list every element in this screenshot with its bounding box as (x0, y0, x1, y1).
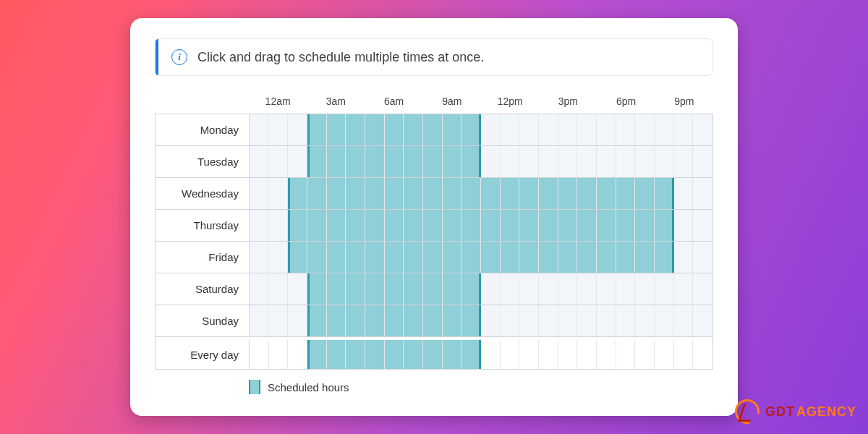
hour-cell[interactable] (597, 146, 616, 177)
hour-cell[interactable] (558, 242, 578, 273)
hour-cell[interactable] (635, 273, 655, 305)
hour-cell[interactable] (365, 242, 385, 273)
hour-cell[interactable] (655, 242, 674, 273)
hour-cell[interactable] (288, 273, 307, 305)
hour-cell[interactable] (327, 273, 346, 305)
hour-cell[interactable] (269, 273, 289, 305)
hour-cell[interactable] (558, 273, 578, 305)
hour-cell[interactable] (693, 178, 712, 209)
hour-cell[interactable] (616, 273, 636, 305)
hour-cell[interactable] (404, 242, 423, 273)
hour-cell[interactable] (404, 114, 423, 145)
hour-cell[interactable] (250, 178, 269, 209)
hour-cell[interactable] (423, 114, 443, 145)
hour-cell[interactable] (269, 146, 289, 177)
hour-cell[interactable] (616, 242, 636, 273)
hour-cell[interactable] (519, 273, 539, 305)
hour-cell[interactable] (385, 114, 404, 145)
hour-cell[interactable] (577, 242, 597, 273)
hour-cell[interactable] (674, 210, 694, 241)
hour-cell[interactable] (327, 146, 346, 177)
hour-cell[interactable] (674, 146, 694, 177)
hour-cell[interactable] (307, 340, 327, 369)
hour-cell[interactable] (577, 273, 597, 305)
hour-cell[interactable] (539, 242, 558, 273)
hour-cell[interactable] (674, 242, 694, 273)
hour-cell[interactable] (501, 178, 520, 209)
hour-cell[interactable] (519, 305, 539, 336)
hour-cell[interactable] (539, 273, 558, 305)
hour-cell[interactable] (250, 273, 269, 305)
hour-cell[interactable] (674, 114, 694, 145)
hour-cell[interactable] (365, 273, 385, 305)
hour-cell[interactable] (461, 273, 481, 305)
hour-cell[interactable] (519, 178, 539, 209)
hour-cell[interactable] (674, 340, 694, 369)
hour-cell[interactable] (481, 273, 501, 305)
hour-cell[interactable] (288, 178, 307, 209)
hour-cell[interactable] (385, 273, 404, 305)
hour-cell[interactable] (577, 305, 597, 336)
hour-cell[interactable] (365, 146, 385, 177)
hour-cell[interactable] (539, 178, 558, 209)
hour-cell[interactable] (327, 210, 346, 241)
hour-cell[interactable] (461, 242, 481, 273)
hour-cell[interactable] (250, 114, 269, 145)
hour-cell[interactable] (693, 114, 712, 145)
hour-cell[interactable] (539, 210, 558, 241)
hour-cell[interactable] (307, 210, 327, 241)
hour-cell[interactable] (365, 178, 385, 209)
hour-cell[interactable] (423, 340, 443, 369)
hour-cell[interactable] (346, 146, 365, 177)
hour-cell[interactable] (655, 146, 674, 177)
hour-cell[interactable] (481, 305, 501, 336)
hour-cell[interactable] (307, 242, 327, 273)
hour-cell[interactable] (597, 114, 616, 145)
hour-cell[interactable] (346, 273, 365, 305)
hour-cell[interactable] (501, 273, 520, 305)
hour-cell[interactable] (269, 114, 289, 145)
hour-cell[interactable] (501, 242, 520, 273)
hour-cell[interactable] (250, 340, 269, 369)
hour-cell[interactable] (385, 210, 404, 241)
hour-cell[interactable] (423, 146, 443, 177)
hour-cell[interactable] (577, 210, 597, 241)
hour-cell[interactable] (519, 210, 539, 241)
hour-cell[interactable] (481, 146, 501, 177)
hour-cell[interactable] (307, 114, 327, 145)
hour-cell[interactable] (597, 273, 616, 305)
hour-cell[interactable] (385, 340, 404, 369)
hour-cell[interactable] (693, 340, 712, 369)
hour-cell[interactable] (346, 178, 365, 209)
hour-cell[interactable] (558, 340, 578, 369)
hour-cell[interactable] (307, 178, 327, 209)
hour-cell[interactable] (461, 178, 481, 209)
hour-cell[interactable] (385, 178, 404, 209)
hour-cell[interactable] (385, 242, 404, 273)
hour-cell[interactable] (616, 146, 636, 177)
hour-cell[interactable] (327, 242, 346, 273)
hour-cell[interactable] (404, 305, 423, 336)
hour-cell[interactable] (655, 340, 674, 369)
hour-cell[interactable] (616, 340, 636, 369)
hour-cell[interactable] (404, 210, 423, 241)
hour-cell[interactable] (269, 305, 289, 336)
hour-cell[interactable] (307, 146, 327, 177)
hour-cell[interactable] (269, 340, 289, 369)
hour-cell[interactable] (519, 146, 539, 177)
hour-cell[interactable] (423, 273, 443, 305)
hour-cell[interactable] (443, 146, 462, 177)
hour-cell[interactable] (519, 114, 539, 145)
hour-cell[interactable] (558, 146, 578, 177)
hour-cell[interactable] (539, 305, 558, 336)
hour-cell[interactable] (404, 178, 423, 209)
hour-cell[interactable] (327, 305, 346, 336)
hour-cell[interactable] (443, 305, 462, 336)
hour-cell[interactable] (558, 305, 578, 336)
hour-cell[interactable] (501, 114, 520, 145)
hour-cell[interactable] (635, 242, 655, 273)
hour-cell[interactable] (655, 114, 674, 145)
hour-cell[interactable] (443, 114, 462, 145)
hour-cell[interactable] (461, 340, 481, 369)
hour-cell[interactable] (443, 178, 462, 209)
